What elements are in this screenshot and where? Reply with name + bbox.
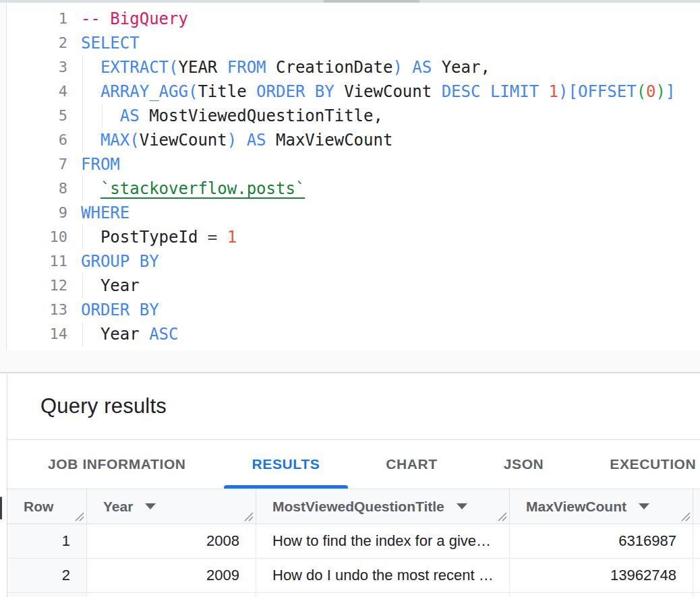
- code-text: Year ASC: [81, 322, 179, 346]
- editor-results-divider: [0, 350, 700, 373]
- line-number: 1: [0, 7, 67, 31]
- code-text: MAX(ViewCount) AS MaxViewCount: [81, 128, 392, 152]
- code-line-3[interactable]: 3 EXTRACT(YEAR FROM CreationDate) AS Yea…: [0, 55, 700, 80]
- tab-label: JOB INFORMATION: [48, 456, 186, 472]
- column-menu-caret-icon[interactable]: [639, 503, 649, 509]
- column-header-overflow: [693, 489, 700, 524]
- title-cell: How to find the index for a give…: [256, 524, 510, 559]
- tab-chart[interactable]: CHART: [357, 440, 466, 489]
- code-line-6[interactable]: 6 MAX(ViewCount) AS MaxViewCount: [0, 128, 700, 152]
- code-line-12[interactable]: 12 Year: [0, 274, 700, 298]
- code-line-7[interactable]: 7FROM: [0, 152, 700, 177]
- active-tab-indicator: [224, 485, 349, 489]
- code-text: ORDER BY: [81, 298, 159, 322]
- code-line-11[interactable]: 11GROUP BY: [0, 249, 700, 274]
- query-results-header: Query results: [7, 373, 700, 440]
- tab-label: JSON: [504, 456, 544, 472]
- code-text: -- BigQuery: [81, 7, 188, 31]
- title-cell: How do I undo the most recent …: [256, 559, 510, 593]
- row-number-cell: 1: [7, 524, 87, 559]
- tab-json[interactable]: JSON: [475, 440, 573, 489]
- code-line-5[interactable]: 5 AS MostViewedQuestionTitle,: [0, 104, 700, 128]
- sql-editor[interactable]: 1-- BigQuery2SELECT3 EXTRACT(YEAR FROM C…: [0, 3, 700, 350]
- indent-guide: [82, 322, 83, 346]
- table-row-partial: [693, 593, 700, 596]
- indent-guide: [82, 274, 83, 298]
- indent-guide: [82, 128, 83, 152]
- table-row-partial: [256, 593, 510, 596]
- indent-guide: [82, 225, 83, 249]
- column-resize-grip-icon[interactable]: [74, 511, 84, 522]
- table-row-partial: [7, 593, 87, 596]
- code-text: ARRAY_AGG(Title ORDER BY ViewCount DESC …: [81, 80, 675, 104]
- indent-guide: [82, 80, 83, 104]
- line-number: 9: [0, 201, 67, 225]
- code-line-9[interactable]: 9WHERE: [0, 201, 700, 225]
- line-number: 7: [0, 152, 67, 177]
- line-number: 2: [0, 31, 67, 55]
- results-tab-bar: JOB INFORMATIONRESULTSCHARTJSONEXECUTION…: [7, 440, 700, 489]
- code-text: WHERE: [81, 201, 129, 225]
- column-header-label: Year: [103, 499, 133, 515]
- code-text: GROUP BY: [81, 249, 159, 274]
- year-cell: 2008: [87, 524, 256, 559]
- sql-code[interactable]: 1-- BigQuery2SELECT3 EXTRACT(YEAR FROM C…: [0, 3, 700, 346]
- line-number: 12: [0, 274, 67, 298]
- year-cell: 2009: [87, 559, 256, 593]
- code-text: EXTRACT(YEAR FROM CreationDate) AS Year,: [81, 55, 490, 80]
- tab-label: CHART: [386, 456, 438, 472]
- table-row-partial: [87, 593, 256, 596]
- column-header-maxviewcount[interactable]: MaxViewCount: [510, 489, 693, 524]
- column-menu-caret-icon[interactable]: [457, 503, 467, 509]
- row-number-cell: 2: [7, 559, 87, 593]
- column-header-label: MostViewedQuestionTitle: [272, 499, 444, 515]
- column-header-year[interactable]: Year: [87, 489, 256, 524]
- column-header-row[interactable]: Row: [7, 489, 87, 524]
- code-text: PostTypeId = 1: [81, 225, 237, 249]
- column-resize-grip-icon[interactable]: [497, 511, 507, 522]
- line-number: 11: [0, 249, 67, 274]
- tab-results[interactable]: RESULTS: [224, 440, 349, 489]
- indent-guide: [82, 177, 83, 201]
- table-reference-link[interactable]: `stackoverflow.posts`: [100, 179, 305, 198]
- indent-guide: [102, 104, 103, 128]
- tab-label: EXECUTION DETAILS: [610, 456, 700, 472]
- tab-label: RESULTS: [252, 456, 320, 472]
- table-row-partial: [510, 593, 693, 596]
- left-scrollbar-thumb[interactable]: [0, 497, 2, 520]
- code-line-10[interactable]: 10 PostTypeId = 1: [0, 225, 700, 249]
- code-line-4[interactable]: 4 ARRAY_AGG(Title ORDER BY ViewCount DES…: [0, 80, 700, 104]
- tab-execution-details[interactable]: EXECUTION DETAILS: [581, 440, 700, 489]
- code-line-1[interactable]: 1-- BigQuery: [0, 7, 700, 31]
- query-results-heading: Query results: [40, 394, 167, 418]
- column-header-label: MaxViewCount: [526, 499, 626, 515]
- code-line-8[interactable]: 8 `stackoverflow.posts`: [0, 177, 700, 201]
- indent-guide: [82, 55, 83, 80]
- row-overflow-cell: [693, 524, 700, 559]
- column-header-mostviewedquestiontitle[interactable]: MostViewedQuestionTitle: [256, 489, 510, 524]
- maxviewcount-cell: 13962748: [510, 559, 693, 593]
- code-line-13[interactable]: 13ORDER BY: [0, 298, 700, 322]
- line-number: 5: [0, 104, 67, 128]
- code-text: FROM: [81, 152, 120, 177]
- maxviewcount-cell: 6316987: [510, 524, 693, 559]
- code-text: `stackoverflow.posts`: [81, 177, 305, 201]
- column-resize-grip-icon[interactable]: [680, 511, 691, 522]
- line-number: 14: [0, 322, 67, 346]
- code-text: Year: [81, 274, 140, 298]
- line-number: 10: [0, 225, 67, 249]
- row-overflow-cell: [693, 559, 700, 593]
- code-line-2[interactable]: 2SELECT: [0, 31, 700, 55]
- line-number: 6: [0, 128, 67, 152]
- line-number: 4: [0, 80, 67, 104]
- results-table: RowYearMostViewedQuestionTitleMaxViewCou…: [7, 489, 700, 596]
- tab-job-information[interactable]: JOB INFORMATION: [20, 440, 214, 489]
- column-header-label: Row: [24, 499, 53, 515]
- column-resize-grip-icon[interactable]: [243, 511, 254, 522]
- code-text: SELECT: [81, 31, 140, 55]
- code-text: AS MostViewedQuestionTitle,: [81, 104, 383, 128]
- line-number: 3: [0, 55, 67, 80]
- indent-guide: [82, 104, 83, 128]
- code-line-14[interactable]: 14 Year ASC: [0, 322, 700, 346]
- column-menu-caret-icon[interactable]: [145, 503, 156, 509]
